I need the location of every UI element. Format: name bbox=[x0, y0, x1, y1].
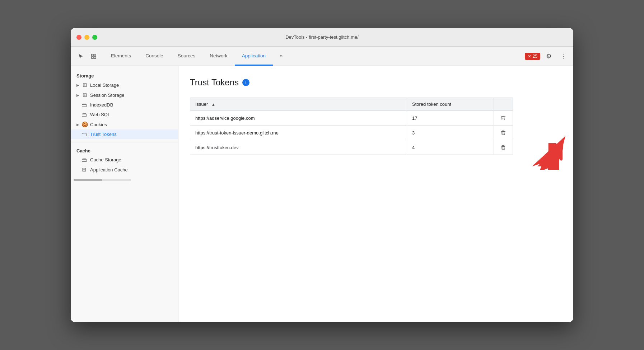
window-title: DevTools - first-party-test.glitch.me/ bbox=[285, 34, 359, 40]
count-cell: 4 bbox=[407, 140, 494, 155]
page-title: Trust Tokens bbox=[190, 77, 239, 88]
trash-icon bbox=[500, 130, 506, 136]
page-title-row: Trust Tokens i bbox=[190, 77, 562, 88]
trust-tokens-label: Trust Tokens bbox=[90, 132, 117, 137]
web-sql-label: Web SQL bbox=[90, 112, 110, 117]
cursor-tool-button[interactable] bbox=[75, 51, 87, 62]
cursor-icon bbox=[78, 53, 84, 59]
issuer-cell: https://trusttoken.dev bbox=[190, 140, 407, 155]
cookie-icon: 🍪 bbox=[81, 121, 88, 128]
table-row: https://trusttoken.dev4 bbox=[190, 140, 513, 155]
minimize-button[interactable] bbox=[84, 35, 89, 40]
issuer-cell: https://adservice.google.com bbox=[190, 111, 407, 126]
count-cell: 17 bbox=[407, 111, 494, 126]
more-icon: ⋮ bbox=[560, 52, 566, 60]
grid-icon: ⊞ bbox=[81, 92, 88, 98]
window-controls bbox=[76, 35, 97, 40]
red-arrow-svg bbox=[535, 136, 565, 165]
maximize-button[interactable] bbox=[92, 35, 97, 40]
table-row: https://adservice.google.com17 bbox=[190, 111, 513, 126]
close-button[interactable] bbox=[76, 35, 81, 40]
gear-icon: ⚙ bbox=[546, 52, 552, 60]
scrollbar-thumb bbox=[74, 179, 102, 181]
application-cache-label: Application Cache bbox=[90, 167, 128, 172]
tab-bar: Elements Console Sources Network Applica… bbox=[104, 47, 523, 66]
error-badge[interactable]: ✕ 25 bbox=[525, 53, 540, 60]
scrollbar-track bbox=[74, 179, 131, 181]
delete-button[interactable] bbox=[499, 144, 508, 151]
settings-button[interactable]: ⚙ bbox=[543, 51, 555, 62]
arrow-icon: ▶ bbox=[76, 123, 79, 127]
col-count-header[interactable]: Stored token count bbox=[407, 98, 494, 111]
content-panel: Trust Tokens i bbox=[178, 66, 573, 322]
indexed-db-label: IndexedDB bbox=[90, 102, 113, 108]
count-cell: 3 bbox=[407, 126, 494, 140]
main-content: Storage ▶ ⊞ Local Storage ▶ ⊞ Session St… bbox=[71, 66, 573, 322]
svg-rect-2 bbox=[92, 57, 93, 58]
delete-button[interactable] bbox=[499, 129, 508, 136]
toolbar: Elements Console Sources Network Applica… bbox=[71, 47, 573, 66]
col-actions-header bbox=[494, 98, 513, 111]
sidebar-item-indexed-db[interactable]: 🗃 IndexedDB bbox=[71, 100, 178, 110]
local-storage-label: Local Storage bbox=[90, 82, 119, 88]
sidebar-item-trust-tokens[interactable]: 🗃 Trust Tokens bbox=[71, 129, 178, 139]
sidebar-item-web-sql[interactable]: 🗃 Web SQL bbox=[71, 110, 178, 119]
trash-icon bbox=[500, 115, 506, 121]
titlebar: DevTools - first-party-test.glitch.me/ bbox=[71, 28, 573, 47]
svg-rect-3 bbox=[94, 57, 96, 58]
grid-icon: ⊞ bbox=[81, 166, 87, 173]
error-count: 25 bbox=[533, 54, 537, 59]
tab-elements[interactable]: Elements bbox=[104, 47, 138, 66]
svg-rect-1 bbox=[94, 54, 96, 56]
svg-rect-9 bbox=[501, 117, 505, 117]
sidebar-scrollbar-area bbox=[71, 175, 178, 183]
issuer-cell: https://trust-token-issuer-demo.glitch.m… bbox=[190, 126, 407, 140]
svg-rect-16 bbox=[502, 145, 504, 146]
arrow-icon: ▶ bbox=[76, 83, 79, 87]
trust-tokens-table: Issuer ▲ Stored token count https://adse… bbox=[190, 98, 513, 155]
action-cell bbox=[494, 111, 513, 126]
action-cell bbox=[494, 140, 513, 155]
cache-storage-label: Cache Storage bbox=[90, 157, 121, 162]
toolbar-right: ✕ 25 ⚙ ⋮ bbox=[525, 51, 569, 62]
tab-network[interactable]: Network bbox=[202, 47, 235, 66]
error-x-icon: ✕ bbox=[528, 54, 531, 59]
sidebar-item-session-storage[interactable]: ▶ ⊞ Session Storage bbox=[71, 90, 178, 100]
svg-rect-12 bbox=[502, 131, 504, 131]
svg-rect-8 bbox=[502, 116, 504, 117]
delete-button[interactable] bbox=[499, 114, 508, 122]
database-icon: 🗃 bbox=[81, 131, 87, 137]
sidebar-item-application-cache[interactable]: ⊞ Application Cache bbox=[71, 165, 178, 175]
arrow-icon: ▶ bbox=[76, 93, 79, 97]
database-icon: 🗃 bbox=[81, 102, 87, 108]
inspect-button[interactable] bbox=[88, 51, 99, 62]
col-issuer-header[interactable]: Issuer ▲ bbox=[190, 98, 407, 111]
tab-console[interactable]: Console bbox=[138, 47, 171, 66]
svg-rect-13 bbox=[501, 131, 505, 132]
sidebar-item-cookies[interactable]: ▶ 🍪 Cookies bbox=[71, 119, 178, 129]
svg-rect-0 bbox=[92, 54, 93, 56]
trash-icon bbox=[500, 145, 506, 150]
tab-sources[interactable]: Sources bbox=[171, 47, 203, 66]
tab-application[interactable]: Application bbox=[235, 47, 273, 66]
sidebar-item-local-storage[interactable]: ▶ ⊞ Local Storage bbox=[71, 80, 178, 90]
tab-more[interactable]: » bbox=[273, 47, 290, 66]
devtools-window: DevTools - first-party-test.glitch.me/ E… bbox=[71, 28, 573, 322]
info-icon[interactable]: i bbox=[242, 79, 249, 86]
storage-section-title: Storage bbox=[71, 70, 178, 80]
sort-arrow-icon: ▲ bbox=[211, 102, 215, 107]
sidebar-item-cache-storage[interactable]: 🗃 Cache Storage bbox=[71, 155, 178, 165]
sidebar-divider bbox=[71, 142, 178, 142]
cookies-label: Cookies bbox=[90, 122, 107, 127]
more-options-button[interactable]: ⋮ bbox=[557, 51, 569, 62]
sidebar: Storage ▶ ⊞ Local Storage ▶ ⊞ Session St… bbox=[71, 66, 178, 322]
svg-rect-17 bbox=[501, 146, 505, 147]
session-storage-label: Session Storage bbox=[90, 93, 124, 98]
database-icon: 🗃 bbox=[81, 112, 87, 118]
action-cell bbox=[494, 126, 513, 140]
inspect-icon bbox=[91, 53, 97, 59]
grid-icon: ⊞ bbox=[81, 82, 88, 88]
cache-section-title: Cache bbox=[71, 145, 178, 155]
database-icon: 🗃 bbox=[81, 157, 87, 163]
table-row: https://trust-token-issuer-demo.glitch.m… bbox=[190, 126, 513, 140]
